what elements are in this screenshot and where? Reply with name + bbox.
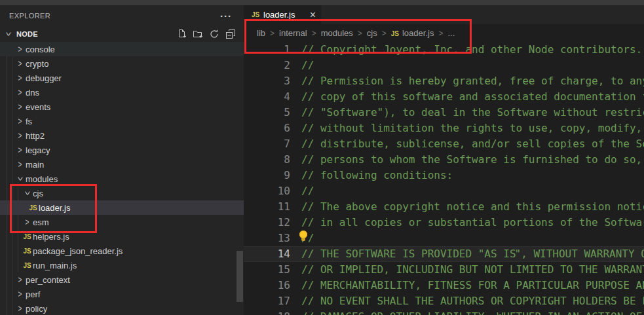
tree-item-crypto[interactable]: crypto [0, 56, 244, 71]
file-tree: console crypto debugger dns events fs ht… [0, 42, 244, 315]
code-line-11[interactable]: 11// The above copyright notice and this… [244, 199, 644, 215]
chevron-right-icon [14, 275, 26, 284]
code-line-3[interactable]: 3// Permission is hereby granted, free o… [244, 73, 644, 89]
tree-item-fs[interactable]: fs [0, 114, 244, 128]
line-number: 11 [244, 199, 290, 215]
vscode-window: EXPLORER ··· NODE [0, 0, 644, 315]
tree-item-esm[interactable]: esm [0, 215, 244, 229]
line-number: 1 [244, 42, 290, 58]
js-file-icon [22, 233, 33, 240]
tree-item-modules[interactable]: modules [0, 172, 244, 186]
section-actions [176, 29, 240, 39]
breadcrumb-separator: > [358, 29, 362, 38]
code-line-9[interactable]: 9// following conditions: [244, 168, 644, 183]
line-number: 15 [244, 262, 290, 278]
line-text: // distribute, sublicense, and/or sell c… [290, 136, 644, 152]
code-line-18[interactable]: 18// DAMAGES OR OTHER LIABILITY, WHETHER… [244, 309, 644, 315]
tree-item-main[interactable]: main [0, 157, 244, 172]
breadcrumb-item-internal[interactable]: internal [279, 28, 307, 38]
line-text: // persons to whom the Software is furni… [290, 152, 644, 168]
tab-loader-js[interactable]: loader.js × [244, 5, 321, 24]
section-header-node[interactable]: NODE [0, 26, 244, 42]
tree-item-run-main-js[interactable]: run_main.js [0, 258, 244, 272]
tree-item-events[interactable]: events [0, 100, 244, 114]
tree-item-legacy[interactable]: legacy [0, 143, 244, 157]
line-number: 5 [244, 105, 290, 120]
sidebar-scrollbar[interactable] [237, 251, 243, 302]
code-line-2[interactable]: 2// [244, 58, 644, 73]
code-line-16[interactable]: 16// MERCHANTABILITY, FITNESS FOR A PART… [244, 278, 644, 293]
chevron-right-icon [14, 88, 26, 97]
line-text: // following conditions: [290, 168, 453, 183]
code-line-5[interactable]: 5// "Software"), to deal in the Software… [244, 105, 644, 120]
line-text: // Copyright Joyent, Inc. and other Node… [290, 42, 642, 58]
breadcrumb-item-loader-js[interactable]: loader.js [402, 28, 434, 38]
line-text: // NO EVENT SHALL THE AUTHORS OR COPYRIG… [290, 293, 644, 309]
more-actions-icon[interactable]: ··· [220, 10, 232, 22]
line-number: 10 [244, 183, 290, 199]
code-line-12[interactable]: 12// in all copies or substantial portio… [244, 215, 644, 231]
tree-item-per-context[interactable]: per_context [0, 272, 244, 287]
line-text: // without limitation the rights to use,… [290, 120, 644, 136]
breadcrumb-separator: > [382, 29, 387, 38]
close-icon[interactable]: × [310, 10, 316, 20]
tree-item-label: debugger [26, 73, 62, 83]
tree-item-label: loader.js [39, 203, 70, 213]
chevron-right-icon [14, 160, 26, 169]
breadcrumb-item-modules[interactable]: modules [321, 28, 353, 38]
chevron-right-icon [14, 59, 26, 68]
code-line-14[interactable]: 14// THE SOFTWARE IS PROVIDED "AS IS", W… [244, 246, 644, 262]
new-folder-icon[interactable] [193, 29, 203, 39]
js-file-icon [22, 248, 33, 255]
code-line-15[interactable]: 15// OR IMPLIED, INCLUDING BUT NOT LIMIT… [244, 262, 644, 278]
tree-item-dns[interactable]: dns [0, 85, 244, 100]
collapse-all-icon[interactable] [225, 29, 236, 39]
tree-item-label: helpers.js [33, 232, 69, 242]
line-number: 4 [244, 89, 290, 105]
code-line-10[interactable]: 10// [244, 183, 644, 199]
chevron-right-icon [14, 45, 26, 54]
line-number: 16 [244, 278, 290, 293]
tree-item-policy[interactable]: policy [0, 301, 244, 315]
code-line-6[interactable]: 6// without limitation the rights to use… [244, 120, 644, 136]
tree-item-helpers-js[interactable]: helpers.js [0, 229, 244, 244]
code-line-4[interactable]: 4// copy of this software and associated… [244, 89, 644, 105]
tree-item-console[interactable]: console [0, 42, 244, 56]
tab-bar: loader.js × [244, 5, 644, 24]
tree-item-loader-js[interactable]: loader.js [0, 200, 244, 215]
breadcrumb: lib > internal > modules > cjs > loader.… [244, 24, 644, 42]
code-line-8[interactable]: 8// persons to whom the Software is furn… [244, 152, 644, 168]
chevron-right-icon [14, 131, 26, 140]
line-number: 14 [244, 246, 290, 262]
code-line-7[interactable]: 7// distribute, sublicense, and/or sell … [244, 136, 644, 152]
refresh-icon[interactable] [209, 29, 219, 39]
line-text: // [290, 183, 314, 199]
tree-item-perf[interactable]: perf [0, 287, 244, 301]
new-file-icon[interactable] [176, 29, 187, 39]
code-line-1[interactable]: 1// Copyright Joyent, Inc. and other Nod… [244, 42, 644, 58]
breadcrumb-item-cjs[interactable]: cjs [367, 28, 377, 38]
tree-item-label: fs [26, 117, 32, 126]
line-number: 12 [244, 215, 290, 231]
breadcrumb-item-symbol-picker[interactable]: ... [447, 28, 455, 38]
line-text: // copy of this software and associated … [290, 89, 644, 105]
code-line-17[interactable]: 17// NO EVENT SHALL THE AUTHORS OR COPYR… [244, 293, 644, 309]
js-file-icon [250, 11, 261, 18]
chevron-right-icon [14, 73, 26, 83]
tree-item-debugger[interactable]: debugger [0, 71, 244, 85]
editor-group: loader.js × lib > internal > modules > c… [244, 5, 644, 315]
line-number: 18 [244, 309, 290, 315]
tree-item-cjs[interactable]: cjs [0, 186, 244, 200]
tree-item-label: run_main.js [33, 261, 77, 270]
tree-item-label: crypto [26, 59, 48, 69]
js-file-icon [22, 262, 33, 269]
tree-item-http2[interactable]: http2 [0, 128, 244, 143]
lightbulb-icon[interactable] [299, 231, 309, 242]
line-number: 9 [244, 168, 290, 183]
line-text: // DAMAGES OR OTHER LIABILITY, WHETHER I… [290, 309, 644, 315]
breadcrumb-item-lib[interactable]: lib [257, 28, 265, 38]
line-text: // Permission is hereby granted, free of… [290, 73, 644, 89]
line-text: // OR IMPLIED, INCLUDING BUT NOT LIMITED… [290, 262, 644, 278]
tree-item-package-json-reader-js[interactable]: package_json_reader.js [0, 244, 244, 258]
chevron-down-icon [14, 174, 26, 183]
